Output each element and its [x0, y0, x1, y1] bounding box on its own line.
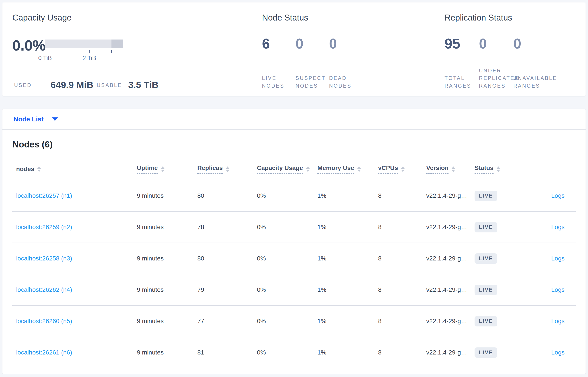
node-link[interactable]: localhost:26261 (n6): [16, 349, 72, 356]
logs-link[interactable]: Logs: [551, 192, 564, 199]
version-cell: v22.1.4-29-g…: [426, 349, 475, 356]
node-list-dropdown[interactable]: Node List: [2, 109, 586, 130]
table-row: localhost:26260 (n5) 9 minutes 77 0% 1% …: [12, 306, 576, 337]
logs-link[interactable]: Logs: [551, 349, 564, 356]
column-header-uptime[interactable]: Uptime: [137, 165, 197, 174]
uptime-cell: 9 minutes: [137, 286, 197, 293]
chevron-down-icon: [52, 118, 58, 121]
column-header-vcpus[interactable]: vCPUs: [378, 165, 426, 174]
nodes-table: Nodes (6) nodes Uptime Replicas Capacity…: [12, 130, 576, 368]
capacity-cell: 0%: [257, 192, 318, 199]
column-header-version[interactable]: Version: [426, 165, 475, 174]
capacity-cell: 0%: [257, 286, 318, 293]
sort-icon: [401, 166, 405, 172]
memory-cell: 1%: [318, 286, 378, 293]
version-cell: v22.1.4-29-g…: [426, 286, 475, 293]
sort-icon: [357, 166, 361, 172]
memory-cell: 1%: [318, 349, 378, 356]
uptime-cell: 9 minutes: [137, 255, 197, 262]
suspect-nodes-count: 0: [295, 37, 329, 51]
used-label: USED: [14, 82, 32, 88]
nodes-table-title: Nodes (6): [12, 140, 576, 150]
sort-icon: [226, 166, 229, 172]
table-row: localhost:26262 (n4) 9 minutes 79 0% 1% …: [12, 274, 576, 306]
table-row: localhost:26259 (n2) 9 minutes 78 0% 1% …: [12, 212, 576, 243]
under-replicated-ranges-label: UNDER- REPLICATED RANGES: [479, 67, 513, 90]
logs-link[interactable]: Logs: [551, 224, 564, 230]
capacity-cell: 0%: [257, 224, 318, 231]
axis-tick: [89, 50, 90, 53]
vcpus-cell: 8: [378, 349, 426, 356]
table-header-row: nodes Uptime Replicas Capacity Usage Mem…: [12, 158, 576, 180]
capacity-cell: 0%: [257, 318, 318, 325]
usable-value: 3.5 TiB: [128, 80, 158, 90]
column-header-replicas[interactable]: Replicas: [197, 165, 257, 174]
memory-cell: 1%: [318, 318, 378, 325]
axis-tick: [111, 50, 112, 53]
column-header-capacity-usage[interactable]: Capacity Usage: [257, 165, 318, 174]
live-nodes-label: LIVE NODES: [262, 74, 295, 90]
version-cell: v22.1.4-29-g…: [426, 255, 475, 262]
column-header-nodes[interactable]: nodes: [12, 165, 137, 173]
total-ranges-label: TOTAL RANGES: [445, 74, 479, 90]
unavailable-ranges-label: UNAVAILABLE RANGES: [513, 74, 548, 90]
cluster-summary-panel: Capacity Usage 0.0% 0 TiB 2 TiB USED 649…: [2, 2, 586, 96]
version-cell: v22.1.4-29-g…: [426, 318, 475, 325]
suspect-nodes-label: SUSPECT NODES: [295, 74, 329, 90]
capacity-bar-dark-segment: [111, 39, 123, 48]
sort-icon: [37, 166, 41, 172]
node-status-values: 6 0 0: [262, 37, 363, 51]
axis-tick-label-2: 2 TiB: [82, 55, 96, 62]
uptime-cell: 9 minutes: [137, 192, 197, 199]
status-badge: LIVE: [475, 347, 497, 358]
status-badge: LIVE: [475, 285, 497, 295]
logs-link[interactable]: Logs: [551, 318, 564, 324]
node-link[interactable]: localhost:26260 (n5): [16, 318, 72, 324]
unavailable-ranges-count: 0: [513, 37, 548, 51]
replicas-cell: 78: [197, 224, 257, 231]
version-cell: v22.1.4-29-g…: [426, 192, 475, 199]
memory-cell: 1%: [318, 224, 378, 231]
logs-link[interactable]: Logs: [551, 255, 564, 262]
status-badge: LIVE: [475, 316, 497, 327]
vcpus-cell: 8: [378, 224, 426, 231]
uptime-cell: 9 minutes: [137, 318, 197, 325]
axis-tick: [45, 50, 45, 53]
node-link[interactable]: localhost:26257 (n1): [16, 192, 72, 199]
axis-tick: [67, 50, 67, 53]
sort-icon: [452, 166, 455, 172]
logs-link[interactable]: Logs: [551, 286, 564, 293]
status-badge: LIVE: [475, 222, 497, 232]
column-header-status[interactable]: Status: [475, 165, 525, 174]
table-row: localhost:26261 (n6) 9 minutes 81 0% 1% …: [12, 337, 576, 368]
dead-nodes-label: DEAD NODES: [329, 74, 363, 90]
usable-label: USABLE: [97, 82, 122, 88]
sort-icon: [497, 166, 500, 172]
table-row: localhost:26257 (n1) 9 minutes 80 0% 1% …: [12, 180, 576, 212]
capacity-used-percent: 0.0%: [12, 38, 46, 53]
node-status-labels: LIVE NODES SUSPECT NODES DEAD NODES: [262, 74, 363, 90]
uptime-cell: 9 minutes: [137, 349, 197, 356]
replicas-cell: 77: [197, 318, 257, 325]
node-link[interactable]: localhost:26258 (n3): [16, 255, 72, 262]
vcpus-cell: 8: [378, 318, 426, 325]
node-list-panel: Node List Nodes (6) nodes Uptime Replica…: [2, 109, 586, 374]
column-header-memory-use[interactable]: Memory Use: [318, 165, 378, 174]
under-replicated-ranges-count: 0: [479, 37, 513, 51]
node-link[interactable]: localhost:26259 (n2): [16, 224, 72, 230]
vcpus-cell: 8: [378, 192, 426, 199]
replicas-cell: 79: [197, 286, 257, 293]
sort-icon: [306, 166, 310, 172]
memory-cell: 1%: [318, 192, 378, 199]
replication-labels: TOTAL RANGES UNDER- REPLICATED RANGES UN…: [445, 67, 548, 90]
replicas-cell: 80: [197, 192, 257, 199]
capacity-usage-title: Capacity Usage: [12, 13, 71, 23]
node-link[interactable]: localhost:26262 (n4): [16, 286, 72, 293]
capacity-cell: 0%: [257, 349, 318, 356]
node-list-dropdown-label: Node List: [13, 116, 44, 123]
total-ranges-count: 95: [445, 37, 479, 51]
memory-cell: 1%: [318, 255, 378, 262]
uptime-cell: 9 minutes: [137, 224, 197, 231]
table-row: localhost:26258 (n3) 9 minutes 80 0% 1% …: [12, 243, 576, 274]
sort-icon: [161, 166, 165, 172]
